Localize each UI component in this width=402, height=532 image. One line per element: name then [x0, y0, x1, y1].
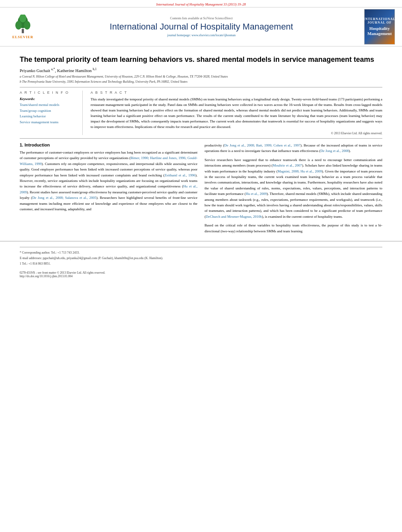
ref-dejong3: De Jong et al., 2008	[320, 149, 349, 153]
article-title: The temporal priority of team learning b…	[20, 55, 382, 64]
footer-doi: http://dx.doi.org/10.1016/j.ijhm.2013.01…	[20, 274, 382, 278]
keyword-3: Learning behavior	[20, 113, 78, 119]
abstract-section: A B S T R A C T This study investigated …	[91, 91, 382, 135]
keywords-list: Team/shared mental models Team/group cog…	[20, 102, 78, 125]
svg-rect-0	[22, 29, 24, 33]
email-khamilt: khamilt0n@ist.psu.edu	[115, 256, 144, 260]
ref-zeithaml: Zeithaml et al., 1996	[165, 173, 195, 177]
keyword-2: Team/group cognition	[20, 108, 78, 113]
article-info-column: A R T I C L E I N F O Keywords: Team/sha…	[20, 91, 83, 135]
email-label: E-mail addresses:	[20, 256, 43, 260]
intro-paragraph-2b: Service researchers have suggested that …	[205, 157, 383, 219]
affiliation-b: b The Pennsylvania State University, 330…	[20, 80, 382, 84]
abstract-title: A B S T R A C T	[91, 91, 382, 95]
footer-issn: 0278-4319/$ – see front matter © 2013 El…	[20, 271, 382, 274]
copyright: © 2013 Elsevier Ltd. All rights reserved…	[91, 132, 382, 135]
doi-link[interactable]: http://dx.doi.org/10.1016/j.ijhm.2013.01…	[20, 274, 72, 278]
page: International Journal of Hospitality Man…	[0, 0, 402, 532]
ref-bitner: Bitner, 1990; Hartline and Jones, 1996; …	[20, 156, 198, 165]
body-right-column: productivity (De Jong et al., 2008; Batt…	[205, 143, 383, 237]
intro-paragraph-2a: productivity (De Jong et al., 2008; Batt…	[205, 143, 383, 154]
elsevier-logo: ELSEVIER	[7, 15, 39, 39]
authors: Priyanko Guchait a,*, Katherine Hamilton…	[20, 67, 382, 73]
main-content: The temporal priority of team learning b…	[0, 46, 402, 241]
keywords-label: Keywords:	[20, 97, 78, 101]
affiliation-a: a Conrad N. Hilton College of Hotel and …	[20, 74, 382, 79]
journal-center: Contents lists available at SciVerse Sci…	[39, 17, 364, 37]
introduction-heading: 1. Introduction	[20, 143, 198, 147]
body-left-column: 1. Introduction The performance of custo…	[20, 143, 198, 237]
elsevier-label: ELSEVIER	[12, 35, 33, 39]
keyword-1: Team/shared mental models	[20, 102, 78, 108]
journal-thumbnail: INTERNATIONALJOURNAL OF HospitalityManag…	[364, 9, 395, 44]
abstract-text: This study investigated the temporal pri…	[91, 97, 382, 130]
footnote-email: E-mail addresses: pguchait@uh.edu, priya…	[20, 256, 382, 261]
email-pguchait: pguchait@uh.edu	[43, 256, 65, 260]
journal-reference-bar: International Journal of Hospitality Man…	[0, 0, 402, 7]
keyword-4: Service management teams	[20, 119, 78, 125]
ref-dejong: De Jong et al., 2008; Salanova et al., 2…	[32, 196, 96, 200]
journal-title: International Journal of Hospitality Man…	[39, 22, 364, 32]
intro-paragraph-1: The performance of customer-contact empl…	[20, 150, 198, 212]
ref-dechurch: DeChurch and Mesmer-Magnus, 2010b	[206, 215, 262, 219]
footer-bottom: 0278-4319/$ – see front matter © 2013 El…	[0, 269, 402, 280]
footnotes: * Corresponding author. Tel.: +1 713 743…	[0, 241, 402, 269]
elsevier-tree-icon	[11, 15, 35, 34]
ref-hu: Hu et al., 2009	[20, 184, 198, 194]
journal-header: ELSEVIER Contents lists available at Sci…	[0, 7, 402, 46]
ref-moultrie: Moultrie et al., 2007	[272, 163, 302, 167]
sciverse-line: Contents lists available at SciVerse Sci…	[39, 17, 364, 20]
ref-magnini: Magnini, 2008; Hu et al., 2009	[278, 169, 322, 173]
body-columns: 1. Introduction The performance of custo…	[20, 143, 382, 237]
ref-hu2: Hu et al., 2009	[246, 192, 267, 196]
email-suffix: (P. Guchait),	[98, 256, 114, 260]
ref-dejong2: De Jong et al., 2008; Batt, 1999; Cohen …	[224, 143, 300, 147]
svg-point-3	[24, 21, 30, 30]
article-info-abstract: A R T I C L E I N F O Keywords: Team/sha…	[20, 91, 382, 135]
email-priyanka: priyanka24@gmail.com	[67, 256, 97, 260]
intro-paragraph-2c: Based on the critical role of these vari…	[205, 222, 383, 234]
divider-2	[20, 138, 382, 139]
journal-homepage: journal homepage: www.elsevier.com/locat…	[39, 33, 364, 37]
footnote-corresponding: * Corresponding author. Tel.: +1 713 743…	[20, 250, 382, 255]
divider-1	[20, 87, 382, 87]
author-names: Priyanko Guchait a,*, Katherine Hamilton…	[20, 68, 97, 73]
thumb-title: INTERNATIONALJOURNAL OF HospitalityManag…	[364, 17, 396, 37]
svg-point-2	[15, 21, 22, 30]
learning-word: learning	[291, 229, 303, 233]
journal-reference: International Journal of Hospitality Man…	[156, 2, 246, 6]
email-suffix2: (K. Hamilton).	[144, 256, 163, 260]
footnote-divider	[20, 247, 382, 247]
article-info-title: A R T I C L E I N F O	[20, 91, 78, 95]
footnote-tel: 1 Tel.: +1 814 863 8851.	[20, 261, 382, 266]
